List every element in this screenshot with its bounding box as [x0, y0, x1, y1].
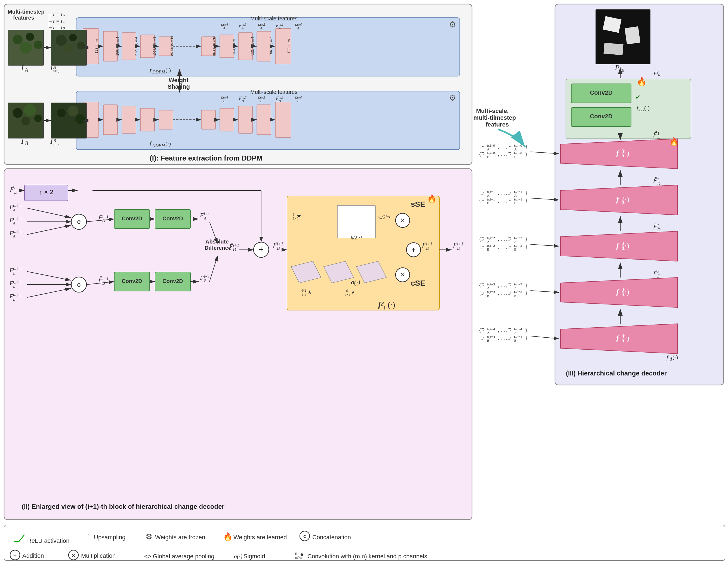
svg-text:Conv2D: Conv2D [122, 278, 142, 284]
svg-text:F̃: F̃ [10, 186, 14, 193]
svg-text:F: F [9, 204, 13, 210]
svg-text:(·): (·) [673, 354, 678, 360]
svg-line-341 [87, 282, 114, 285]
svg-text:D: D [14, 190, 17, 195]
svg-text:t=t₀: t=t₀ [53, 143, 59, 147]
svg-text:c: c [77, 218, 81, 225]
svg-text:i+1: i+1 [426, 242, 432, 246]
svg-line-314 [87, 219, 114, 222]
svg-rect-310 [114, 209, 150, 229]
svg-point-104 [64, 44, 74, 53]
svg-text:(II) Enlarged view of (i+1)-th: (II) Enlarged view of (i+1)-th block of … [22, 503, 224, 510]
svg-text:B: B [204, 279, 206, 283]
svg-text:Weights are learned: Weights are learned [233, 534, 287, 541]
svg-text:f: f [616, 195, 619, 204]
svg-rect-109 [8, 103, 44, 138]
svg-text:D: D [657, 75, 661, 79]
svg-marker-187 [560, 278, 677, 307]
svg-rect-138 [555, 4, 724, 385]
svg-text:★: ★ [297, 213, 301, 219]
svg-text:p: p [295, 551, 297, 555]
svg-text:f: f [616, 149, 619, 157]
svg-text:t₀,i=1: t₀,i=1 [487, 190, 495, 194]
svg-text:1×1: 1×1 [301, 293, 307, 297]
svg-text:F̄: F̄ [229, 243, 233, 250]
svg-text:F: F [276, 23, 279, 28]
svg-text:tₙ,i=0: tₙ,i=0 [514, 151, 522, 155]
svg-text:+: + [13, 552, 17, 559]
svg-text:↑: ↑ [87, 532, 91, 540]
svg-text:F: F [294, 96, 298, 101]
svg-text:(·): (·) [622, 195, 629, 204]
svg-text:d: d [622, 292, 624, 297]
svg-text:, …, F: , …, F [498, 244, 511, 249]
svg-text:{F: {F [479, 144, 484, 149]
svg-point-102 [56, 35, 67, 46]
svg-text:Multi-scale,: Multi-scale, [476, 107, 509, 114]
svg-text:Sigmoid: Sigmoid [243, 553, 265, 560]
svg-text:A: A [13, 234, 16, 238]
svg-point-96 [26, 33, 34, 41]
svg-text:F: F [294, 23, 298, 28]
svg-text:2: 2 [657, 177, 659, 182]
svg-text:, …, F: , …, F [498, 327, 511, 333]
svg-text:i+1: i+1 [102, 214, 109, 218]
svg-text:t₀,3: t₀,3 [242, 95, 247, 99]
svg-text:512, h/2, w/4: 512, h/2, w/4 [251, 37, 254, 56]
svg-text:, …, F: , …, F [498, 144, 511, 149]
svg-rect-289 [24, 185, 68, 201]
svg-point-411 [10, 550, 20, 560]
svg-text:{F: {F [479, 244, 484, 249]
svg-text:★: ★ [351, 289, 355, 295]
svg-text:t₀,3: t₀,3 [242, 22, 247, 26]
svg-text:F: F [9, 293, 13, 300]
svg-text:+: + [411, 245, 416, 254]
svg-rect-60 [257, 105, 271, 135]
svg-text:A: A [297, 26, 299, 30]
svg-point-111 [24, 104, 36, 116]
svg-text:Conv2D: Conv2D [162, 215, 183, 221]
svg-text:i+1: i+1 [233, 243, 239, 248]
svg-rect-9 [140, 35, 155, 58]
svg-point-118 [67, 106, 78, 116]
svg-text:Absolute: Absolute [205, 239, 229, 245]
svg-rect-141 [625, 26, 640, 44]
svg-text:d: d [622, 199, 624, 205]
svg-rect-13 [201, 37, 215, 56]
svg-rect-59 [238, 106, 252, 133]
svg-text:A: A [53, 65, 56, 69]
svg-text:Concatenation: Concatenation [312, 534, 351, 541]
svg-text:D: D [233, 247, 236, 252]
svg-text:(·): (·) [388, 300, 395, 309]
svg-text:t₁,i+1: t₁,i+1 [13, 217, 22, 221]
svg-point-117 [57, 109, 66, 117]
svg-text:D: D [657, 274, 661, 278]
svg-marker-389 [356, 261, 386, 283]
svg-rect-58 [220, 108, 234, 131]
svg-text:h/2ⁱ⁺¹: h/2ⁱ⁺¹ [351, 235, 362, 241]
svg-text:1: 1 [657, 131, 659, 136]
svg-text:F: F [220, 96, 224, 101]
svg-text:4: 4 [657, 270, 659, 275]
svg-text:F̃: F̃ [653, 70, 657, 78]
svg-text:DDPM: DDPM [152, 143, 165, 148]
svg-text:t₀,i=1: t₀,i=1 [487, 197, 495, 201]
svg-text:i+1: i+1 [277, 242, 283, 246]
svg-text:tₙ,i=1: tₙ,i=1 [514, 190, 522, 194]
svg-point-95 [13, 35, 23, 44]
svg-text:}: } [525, 335, 528, 341]
svg-text:D: D [277, 246, 280, 251]
svg-text:Weights are frozen: Weights are frozen [155, 534, 205, 541]
svg-text:f: f [378, 300, 382, 309]
svg-text:(·): (·) [622, 149, 629, 157]
svg-line-350 [209, 256, 218, 282]
svg-text:f: f [616, 334, 619, 342]
svg-text:(·): (·) [622, 334, 629, 342]
svg-text:σ(·): σ(·) [351, 279, 360, 286]
svg-text:B: B [487, 201, 489, 205]
svg-rect-5 [103, 31, 118, 61]
svg-text:B: B [514, 247, 517, 251]
svg-rect-116 [51, 103, 87, 138]
svg-text:Conv2D: Conv2D [590, 89, 612, 96]
svg-text:×: × [400, 270, 405, 279]
